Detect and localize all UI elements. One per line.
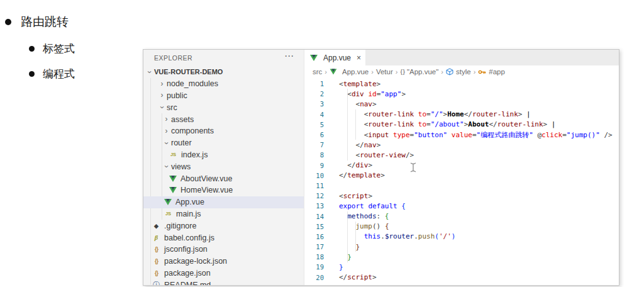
close-icon[interactable]: × <box>357 53 361 62</box>
code-line[interactable]: 7 </nav> <box>304 140 619 150</box>
code-line[interactable]: 8 <router-view/> <box>304 150 619 160</box>
tree-item-aboutview.vue[interactable]: AboutView.vue <box>143 172 304 184</box>
tree-item-index.js[interactable]: JSindex.js <box>143 149 304 161</box>
tree-item-main.js[interactable]: JSmain.js <box>143 208 304 220</box>
vscode-window: EXPLORER ⋯ ›VUE-ROUTER-DEMO›node_modules… <box>143 49 619 286</box>
tree-item-package-lock.json[interactable]: {}package-lock.json <box>143 256 304 267</box>
tree-item-homeview.vue[interactable]: HomeView.vue <box>143 184 304 196</box>
tab-app-vue[interactable]: App.vue × <box>304 50 365 65</box>
line-number: 3 <box>304 100 324 108</box>
bullet-dot <box>5 19 11 25</box>
code-lines: 1<template>2 <div id="app">3 <nav>4 <rou… <box>304 79 619 286</box>
code-line-text: <div id="app"> <box>324 90 406 98</box>
indent-guide <box>355 110 356 140</box>
breadcrumb: src › App.vue › Vetur › { } "App.vue" › … <box>304 65 619 78</box>
code-line[interactable]: 2 <div id="app"> <box>304 89 619 99</box>
code-line[interactable]: 16 this.$router.push('/') <box>304 232 619 242</box>
chevron-right-icon: › <box>163 128 170 135</box>
chevron-right-icon: › <box>474 68 476 76</box>
tree-item-readme.md[interactable]: ⓘREADME.md <box>143 279 304 286</box>
code-line[interactable]: 17 } <box>304 242 619 252</box>
code-line-text: </div> <box>324 161 372 169</box>
json-icon: {} <box>152 258 160 264</box>
code-line-text: } <box>324 263 343 271</box>
code-line[interactable]: 18 } <box>304 252 619 262</box>
editor-pane: App.vue × src › App.vue › Vetur › { } "A… <box>304 50 619 285</box>
tree-item-router[interactable]: ›router <box>143 137 304 149</box>
chevron-down-icon: › <box>163 163 170 170</box>
code-line-text: jump() { <box>324 222 389 230</box>
code-line-text: </template> <box>324 171 385 179</box>
code-editor[interactable]: 1<template>2 <div id="app">3 <nav>4 <rou… <box>304 79 619 285</box>
code-line[interactable]: 19} <box>304 262 619 272</box>
breadcrumb-item-appvue[interactable]: App.vue <box>342 68 369 76</box>
tree-item-label: App.vue <box>175 198 204 206</box>
code-line[interactable]: 4 <router-link to="/">Home</router-link>… <box>304 110 619 120</box>
more-actions-icon[interactable]: ⋯ <box>284 50 294 62</box>
tree-item-.gitignore[interactable]: ◆.gitignore <box>143 220 304 232</box>
line-number: 8 <box>304 151 324 159</box>
breadcrumb-item-vetur[interactable]: Vetur <box>376 68 393 76</box>
code-line[interactable]: 3 <nav> <box>304 99 619 109</box>
breadcrumb-item-app-id[interactable]: #app <box>489 68 505 76</box>
chevron-right-icon: › <box>158 81 165 87</box>
breadcrumb-item-appvue-quoted[interactable]: "App.vue" <box>407 68 438 76</box>
indent-guide <box>347 89 348 160</box>
key-icon <box>478 69 486 76</box>
code-line-text: <router-link to="/about">About</router-l… <box>324 120 555 128</box>
line-number: 5 <box>304 121 324 128</box>
tree-item-jsconfig.json[interactable]: {}jsconfig.json <box>143 244 304 256</box>
tree-item-views[interactable]: ›views <box>143 160 304 172</box>
explorer-panel: EXPLORER ⋯ ›VUE-ROUTER-DEMO›node_modules… <box>143 50 304 285</box>
line-number: 14 <box>304 213 324 220</box>
tree-item-assets[interactable]: ›assets <box>143 113 304 125</box>
tree-item-public[interactable]: ›public <box>143 90 304 102</box>
line-number: 20 <box>304 274 324 281</box>
breadcrumb-item-style[interactable]: style <box>456 68 471 76</box>
tree-item-label: views <box>171 162 191 171</box>
tab-bar: App.vue × <box>304 50 619 65</box>
tree-item-vue-router-demo[interactable]: ›VUE-ROUTER-DEMO <box>143 66 304 78</box>
explorer-title: EXPLORER <box>154 54 192 62</box>
bullet-item-programmatic: 编程式 <box>29 67 75 81</box>
chevron-right-icon: › <box>441 68 443 76</box>
line-number: 21 <box>304 284 324 286</box>
code-line[interactable]: 6 <input type="button" value="编程式路由跳转" @… <box>304 130 619 140</box>
tree-item-label: HomeView.vue <box>180 186 233 194</box>
bullet-dot <box>29 46 35 52</box>
code-line[interactable]: 15 jump() { <box>304 222 619 232</box>
tree-item-label: package.json <box>164 269 211 278</box>
code-line[interactable]: 11 <box>304 181 619 191</box>
bullet-label: 路由跳转 <box>21 14 69 30</box>
bullet-item-tag-style: 标签式 <box>29 42 75 56</box>
tree-item-babel.config.js[interactable]: βbabel.config.js <box>143 232 304 244</box>
code-line[interactable]: 13export default { <box>304 201 619 211</box>
code-line[interactable]: 1<template> <box>304 79 619 89</box>
tree-item-label: package-lock.json <box>164 257 227 266</box>
line-number: 16 <box>304 233 324 240</box>
tree-item-components[interactable]: ›components <box>143 125 304 137</box>
code-line[interactable]: 20</script> <box>304 273 619 283</box>
text-cursor-pointer <box>409 161 418 176</box>
breadcrumb-item-src[interactable]: src <box>313 68 322 76</box>
tree-item-src[interactable]: ›src <box>143 101 304 113</box>
tree-item-app.vue[interactable]: App.vue <box>143 196 304 208</box>
code-line[interactable]: 10</template> <box>304 171 619 181</box>
code-line[interactable]: 14 methods: { <box>304 211 619 221</box>
code-line[interactable]: 12<script> <box>304 191 619 201</box>
code-line[interactable]: 5 <router-link to="/about">About</router… <box>304 120 619 130</box>
bullet-label: 编程式 <box>43 67 75 81</box>
code-line[interactable]: 9 </div> <box>304 160 619 171</box>
line-number: 13 <box>304 202 324 210</box>
bullet-dot <box>29 71 35 77</box>
tree-item-node_modules[interactable]: ›node_modules <box>143 78 304 90</box>
code-line-text: <router-view/> <box>324 151 414 159</box>
js-icon: JS <box>164 211 172 217</box>
git-icon: ◆ <box>152 223 160 229</box>
tree-item-package.json[interactable]: {}package.json <box>143 267 304 279</box>
tree-item-label: components <box>171 127 214 135</box>
code-line[interactable]: 21 <box>304 283 619 286</box>
tab-label: App.vue <box>323 53 351 62</box>
tree-item-label: src <box>167 103 177 112</box>
tree-item-label: assets <box>171 115 194 124</box>
